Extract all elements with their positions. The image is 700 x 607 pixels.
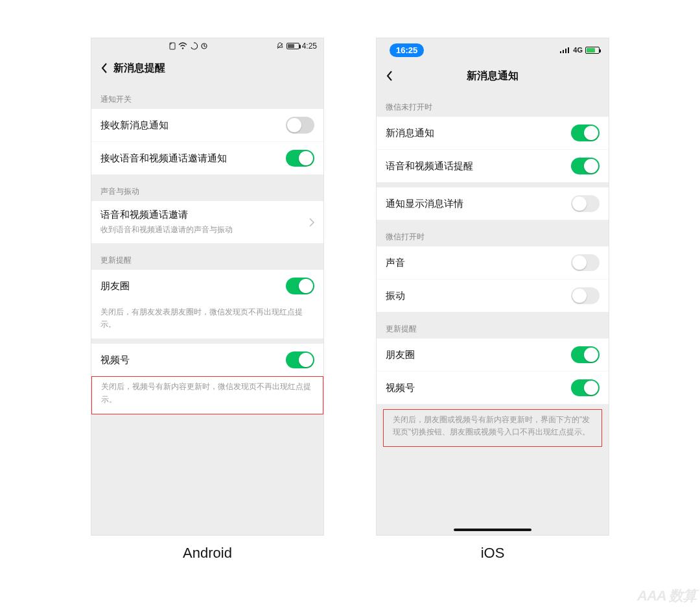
row-label: 接收语音和视频通话邀请通知 [100,152,227,165]
svg-point-1 [182,47,183,49]
row-channels[interactable]: 视频号 [91,344,323,376]
row-vibrate[interactable]: 振动 [377,279,609,312]
group-sound: 语音和视频通话邀请 收到语音和视频通话邀请的声音与振动 [91,201,323,243]
row-moments-ios[interactable]: 朋友圈 [377,339,609,371]
row-receive-call[interactable]: 接收语音和视频通话邀请通知 [91,141,323,174]
chevron-right-icon [309,218,314,227]
refresh-icon [200,42,208,50]
toggle-vibrate[interactable] [571,287,600,304]
row-label: 声音 [386,257,405,269]
battery-icon [585,47,600,54]
android-status-bar: 4:25 [91,38,323,54]
toggle-call[interactable] [571,158,600,174]
caption-ios: iOS [376,545,609,562]
section-header-update: 更新提醒 [377,312,609,339]
network-label: 4G [573,46,583,54]
watermark: AAA 数算 [637,586,696,606]
ios-status-bar: 16:25 4G [377,38,609,62]
sim-icon [169,42,176,50]
swirl-icon [190,42,198,50]
row-sound[interactable]: 声音 [377,246,609,279]
row-label: 接收新消息通知 [100,119,169,132]
home-indicator [454,529,531,531]
row-call-invite[interactable]: 语音和视频通话邀请 收到语音和视频通话邀请的声音与振动 [91,201,323,243]
row-channels-ios[interactable]: 视频号 [377,371,609,404]
caption-android: Android [91,545,324,562]
section-header-notify: 通知开关 [91,82,323,109]
row-label: 振动 [386,290,405,302]
group-channels: 视频号 关闭后，视频号有新内容更新时，微信发现页不再出现红点提示。 [91,344,323,414]
ios-phone: 16:25 4G 新消息通知 微信未打开时 新消息通知 [376,38,609,536]
toggle-moments-ios[interactable] [571,346,600,363]
row-label: 语音和视频通话邀请 [100,209,303,221]
page-title: 新消息提醒 [113,62,165,75]
back-button[interactable] [98,63,111,73]
ios-status-right: 4G [560,46,600,54]
group-notify: 接收新消息通知 接收语音和视频通话邀请通知 [91,109,323,174]
ios-phone-column: 16:25 4G 新消息通知 微信未打开时 新消息通知 [376,38,609,562]
section-header-open: 微信打开时 [377,220,609,246]
ios-status-time: 16:25 [390,43,424,57]
row-label: 语音和视频通话提醒 [386,160,473,173]
svg-rect-4 [560,51,561,53]
svg-rect-7 [568,47,569,53]
android-navbar: 新消息提醒 [91,54,323,82]
desc-channels: 关闭后，视频号有新内容更新时，微信发现页不再出现红点提示。 [91,376,323,414]
group-update: 朋友圈 关闭后，有朋友发表朋友圈时，微信发现页不再出现红点提示。 [91,270,323,339]
section-header-closed: 微信未打开时 [377,90,609,117]
row-detail[interactable]: 通知显示消息详情 [377,187,609,220]
signal-icon [560,47,570,53]
toggle-receive-call[interactable] [286,150,314,167]
row-label: 朋友圈 [386,349,415,361]
row-new-msg[interactable]: 新消息通知 [377,117,609,149]
toggle-receive-msg[interactable] [286,117,314,134]
toggle-new-msg[interactable] [571,125,600,141]
group-detail: 通知显示消息详情 [377,187,609,220]
toggle-channels[interactable] [286,351,314,368]
battery-icon [286,43,299,49]
row-label: 视频号 [100,354,130,366]
android-phone-column: 4:25 新消息提醒 通知开关 接收新消息通知 接收语音和视频通话邀请通知 [91,38,324,562]
android-status-left [169,42,208,50]
group-update-ios: 朋友圈 视频号 [377,339,609,404]
row-label: 视频号 [386,382,415,394]
section-header-sound: 声音与振动 [91,174,323,201]
svg-rect-5 [563,50,564,53]
android-phone: 4:25 新消息提醒 通知开关 接收新消息通知 接收语音和视频通话邀请通知 [91,38,324,536]
row-sublabel: 收到语音和视频通话邀请的声音与振动 [100,224,303,235]
row-label: 朋友圈 [100,280,130,292]
row-label: 通知显示消息详情 [386,198,463,210]
toggle-sound[interactable] [571,254,600,271]
toggle-moments[interactable] [286,278,314,294]
group-open: 声音 振动 [377,246,609,312]
toggle-channels-ios[interactable] [571,379,600,396]
toggle-detail[interactable] [571,195,600,212]
svg-rect-6 [565,49,566,53]
row-label: 新消息通知 [386,127,434,139]
android-status-time: 4:25 [302,42,317,51]
page-title: 新消息通知 [377,69,609,83]
row-call[interactable]: 语音和视频通话提醒 [377,149,609,182]
android-status-right: 4:25 [276,42,317,51]
ios-navbar: 新消息通知 [377,62,609,90]
row-receive-msg[interactable]: 接收新消息通知 [91,109,323,141]
wifi-icon [178,42,187,50]
row-moments[interactable]: 朋友圈 [91,270,323,302]
dnd-icon [276,42,284,50]
group-closed: 新消息通知 语音和视频通话提醒 [377,117,609,182]
section-header-update: 更新提醒 [91,243,323,270]
desc-moments: 关闭后，有朋友发表朋友圈时，微信发现页不再出现红点提示。 [91,302,323,339]
desc-footer-ios: 关闭后，朋友圈或视频号有新内容更新时，界面下方的"发现页"切换按钮、朋友圈或视频… [383,409,602,447]
